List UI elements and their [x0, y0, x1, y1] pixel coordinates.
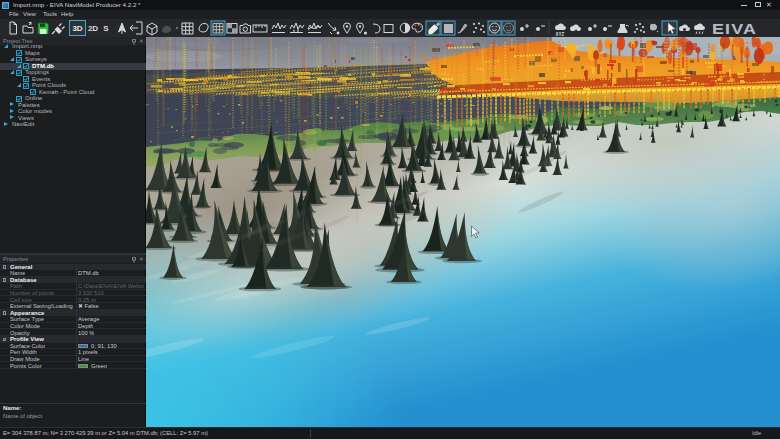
svg-text:S: S [103, 24, 109, 33]
svg-text:EIVA: EIVA [712, 20, 757, 37]
svg-text:XYZ: XYZ [556, 32, 565, 37]
svg-text:3D: 3D [72, 24, 82, 33]
svg-text:2D: 2D [88, 24, 98, 33]
